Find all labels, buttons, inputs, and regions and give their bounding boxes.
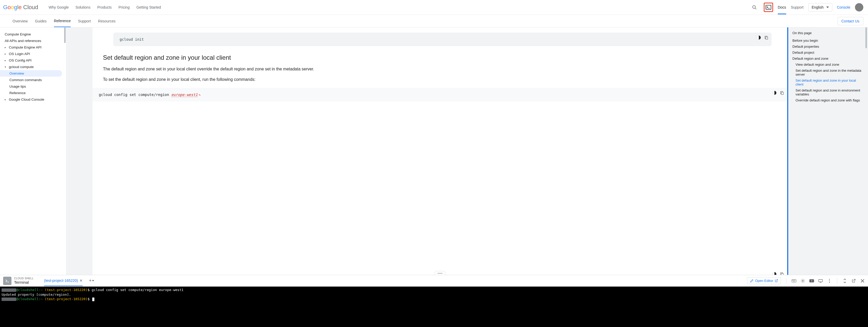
sidebar-item-os-config-api[interactable]: ▸OS Config API <box>0 57 66 64</box>
top-right-controls: Docs Support English Console <box>750 0 863 14</box>
paragraph: The default region and zone set in your … <box>103 66 772 72</box>
tab-resources[interactable]: Resources <box>98 15 116 27</box>
sidebar-item-overview[interactable]: Overview <box>0 70 62 77</box>
console-link[interactable]: Console <box>837 5 850 9</box>
section-heading: Set default region and zone in your loca… <box>103 54 772 61</box>
theme-icon[interactable] <box>772 272 777 275</box>
docs-link[interactable]: Docs <box>778 5 786 14</box>
sidebar-item-compute-engine-api[interactable]: ▸Compute Engine API <box>0 44 66 51</box>
toc-item-active[interactable]: Set default region and zone in your loca… <box>793 78 863 87</box>
toc-item[interactable]: View default region and zone <box>793 62 863 67</box>
toc-item[interactable]: Before you begin <box>793 37 863 43</box>
paragraph: To set the default region and zone in yo… <box>103 77 772 83</box>
google-cloud-logo[interactable]: Google Cloud <box>3 4 38 11</box>
edit-icon[interactable]: ✎ <box>198 93 200 97</box>
tab-overview[interactable]: Overview <box>12 15 28 27</box>
left-sidebar[interactable]: Compute Engine All APIs and references ▸… <box>0 27 66 275</box>
main-content: Compute Engine All APIs and references ▸… <box>0 27 868 275</box>
chevron-right-icon: ▸ <box>5 98 7 101</box>
sidebar-scrollbar[interactable] <box>64 27 66 43</box>
theme-icon[interactable] <box>756 35 761 40</box>
sub-tabs: Overview Guides Reference Support Resour… <box>12 15 116 27</box>
svg-rect-2 <box>766 5 771 9</box>
toc-item[interactable]: Default project <box>793 50 863 56</box>
chevron-right-icon: ▸ <box>5 46 7 49</box>
sidebar-item-common-commands[interactable]: Common commands <box>0 77 66 83</box>
copy-icon[interactable] <box>780 272 784 275</box>
sidebar-item-usage-tips[interactable]: Usage tips <box>0 83 66 90</box>
code-block-gcloud-init: gcloud init <box>114 33 772 46</box>
table-of-contents: On this page Before you begin Default pr… <box>787 27 868 275</box>
chevron-right-icon: ▸ <box>5 59 7 62</box>
nav-products[interactable]: Products <box>97 5 112 9</box>
code-variable[interactable]: europe-west1 <box>171 93 197 97</box>
theme-icon[interactable] <box>772 90 777 95</box>
toc-item[interactable]: Set default region and zone in the metad… <box>793 67 863 78</box>
sidebar-item-reference[interactable]: Reference <box>0 90 66 96</box>
chevron-right-icon: ▸ <box>5 52 7 55</box>
nav-pricing[interactable]: Pricing <box>118 5 129 9</box>
avatar[interactable] <box>855 3 863 11</box>
code-text: gcloud init <box>120 37 144 41</box>
chevron-down-icon <box>826 6 829 8</box>
search-icon[interactable] <box>750 3 759 12</box>
copy-icon[interactable] <box>764 35 768 40</box>
language-label: English <box>812 5 824 9</box>
cloud-shell-icon[interactable] <box>764 3 773 12</box>
support-link[interactable]: Support <box>791 5 804 9</box>
sidebar-item-all-apis[interactable]: All APIs and references <box>0 37 66 44</box>
toc-item[interactable]: Default region and zone <box>793 56 863 62</box>
top-nav: Why Google Solutions Products Pricing Ge… <box>49 5 161 9</box>
content-area: gcloud init Set default region and zone … <box>66 27 868 275</box>
sub-header: Overview Guides Reference Support Resour… <box>0 15 868 27</box>
nav-getting-started[interactable]: Getting Started <box>136 5 161 9</box>
tab-guides[interactable]: Guides <box>35 15 46 27</box>
tab-reference[interactable]: Reference <box>54 15 71 27</box>
sidebar-section-title[interactable]: Compute Engine <box>0 31 66 37</box>
toc-item[interactable]: Override default region and zone with fl… <box>793 97 863 103</box>
nav-solutions[interactable]: Solutions <box>75 5 91 9</box>
sidebar-item-os-login-api[interactable]: ▸OS Login API <box>0 51 66 57</box>
tab-support[interactable]: Support <box>78 15 91 27</box>
toc-scrollbar[interactable] <box>865 27 867 48</box>
nav-why-google[interactable]: Why Google <box>49 5 69 9</box>
svg-line-1 <box>755 8 756 9</box>
code-text: gcloud config set compute/region <box>99 93 171 97</box>
copy-icon[interactable] <box>780 90 784 95</box>
toc-title: On this page <box>793 31 863 35</box>
toc-item[interactable]: Set default region and zone in environme… <box>793 87 863 97</box>
toc-item[interactable]: Default properties <box>793 43 863 50</box>
language-selector[interactable]: English <box>808 3 832 11</box>
sidebar-item-google-cloud-console[interactable]: ▸Google Cloud Console <box>0 96 66 103</box>
doc-page[interactable]: gcloud init Set default region and zone … <box>93 27 787 275</box>
svg-rect-7 <box>781 92 783 94</box>
top-header: Google Cloud Why Google Solutions Produc… <box>0 0 868 15</box>
sidebar-item-gcloud-compute[interactable]: ▾gcloud compute <box>0 64 66 70</box>
chevron-down-icon: ▾ <box>5 65 7 68</box>
svg-rect-5 <box>766 37 768 39</box>
contact-us-button[interactable]: Contact Us <box>837 17 863 25</box>
page-resize-handle[interactable] <box>435 271 445 275</box>
code-block-set-region: gcloud config set compute/region europe-… <box>93 88 787 101</box>
svg-point-0 <box>752 5 755 8</box>
